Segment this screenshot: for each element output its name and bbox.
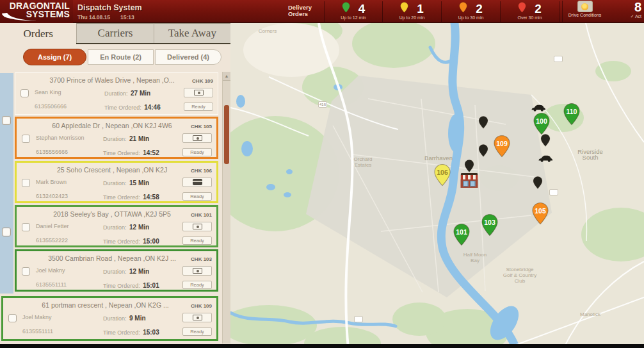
map-place-label: Barrhaven bbox=[424, 155, 453, 161]
count-value: 2 bbox=[476, 2, 483, 16]
order-card[interactable]: 3500 Cambrian Road , Nepean ,ON K2J ... … bbox=[15, 249, 218, 292]
time-ordered-value: 15:00 bbox=[143, 238, 159, 245]
ready-button[interactable]: Ready bbox=[182, 281, 212, 289]
payment-button[interactable] bbox=[184, 88, 213, 97]
payment-icon bbox=[193, 224, 202, 229]
right-count: 8 bbox=[618, 0, 641, 14]
order-pin-105[interactable]: 105 bbox=[532, 203, 549, 228]
duration-label: Duration: bbox=[103, 224, 127, 231]
ready-button[interactable]: Ready bbox=[182, 327, 212, 336]
count-label: Over 30 min bbox=[517, 15, 542, 20]
payment-icon bbox=[193, 179, 202, 185]
scrollbar[interactable]: ▲ bbox=[222, 72, 230, 344]
green-pin-icon bbox=[342, 2, 350, 15]
customer-phone: 6135506666 bbox=[35, 103, 104, 110]
order-pin-106[interactable]: 106 bbox=[434, 164, 451, 189]
duration-value: 15 Min bbox=[129, 179, 149, 186]
tab-carriers[interactable]: Carriers bbox=[76, 23, 153, 43]
datetime: Thu 14.08.15 15:13 bbox=[77, 14, 142, 21]
svg-text:105: 105 bbox=[535, 207, 546, 215]
count-value: 4 bbox=[358, 2, 366, 16]
order-checkbox[interactable] bbox=[22, 135, 30, 143]
duration-label: Duration: bbox=[103, 269, 127, 275]
app-title: Dispatch System bbox=[77, 3, 142, 12]
customer-phone: 6135551111 bbox=[36, 281, 103, 288]
time-ordered-label: Time Ordered: bbox=[104, 104, 141, 111]
logo-line2: SYSTEMS bbox=[10, 10, 70, 19]
order-pin-103[interactable]: 103 bbox=[481, 214, 499, 239]
tab-orders[interactable]: Orders bbox=[0, 23, 76, 44]
count-label: Up to 30 min bbox=[458, 15, 484, 20]
order-card[interactable]: 3700 Prince of Wales Drive , Nepean ,O..… bbox=[15, 72, 218, 115]
order-address: 25 Soho Crescent , Nepean ,ON K2J bbox=[36, 166, 188, 174]
order-list: 3700 Prince of Wales Drive , Nepean ,O..… bbox=[0, 70, 230, 344]
driver-pin-icon[interactable] bbox=[479, 144, 488, 160]
customer-name: Daniel Fetter bbox=[36, 223, 103, 229]
order-checkbox[interactable] bbox=[20, 89, 29, 97]
duration-value: 12 Min bbox=[129, 268, 149, 275]
order-pin-109[interactable]: 109 bbox=[494, 135, 511, 160]
map-place-label: Stonebridge Golf & Country Club bbox=[503, 267, 536, 284]
order-pin-110[interactable]: 110 bbox=[563, 103, 581, 128]
count-label: Up to 20 min bbox=[399, 15, 425, 20]
filter-delivered[interactable]: Delivered (4) bbox=[155, 49, 221, 65]
customer-phone: 6135552222 bbox=[36, 237, 103, 244]
order-chk-number: CHK 109 bbox=[191, 303, 212, 309]
map-canvas[interactable]: CornersOrchard EstatesBarrhavenRiverside… bbox=[230, 23, 644, 348]
order-address: 3700 Prince of Wales Drive , Nepean ,O..… bbox=[35, 76, 189, 84]
panel-tabs: Orders Carriers Take Away bbox=[0, 23, 230, 44]
order-address: 2018 Seeley's Bay , OTTAWA ,K2J 5P5 bbox=[36, 210, 188, 218]
order-checkbox[interactable] bbox=[22, 179, 30, 187]
customer-phone: 6132402423 bbox=[36, 193, 103, 199]
payment-button[interactable] bbox=[182, 266, 212, 276]
order-pin-100[interactable]: 100 bbox=[533, 113, 551, 138]
payment-button[interactable] bbox=[182, 222, 212, 231]
scroll-up-button[interactable]: ▲ bbox=[223, 72, 230, 81]
bottom-bar bbox=[0, 344, 644, 348]
tab-take-away[interactable]: Take Away bbox=[154, 23, 230, 43]
order-count-group: 2Over 30 min bbox=[501, 1, 559, 22]
order-pin-101[interactable]: 101 bbox=[453, 224, 471, 249]
svg-text:101: 101 bbox=[456, 228, 467, 236]
orders-panel: Orders Carriers Take Away Assign (7) En … bbox=[0, 23, 230, 348]
order-card[interactable]: 61 portman crescent , Nepean ,ON K2G ...… bbox=[1, 296, 218, 341]
filter-assign[interactable]: Assign (7) bbox=[23, 49, 86, 65]
payment-button[interactable] bbox=[182, 178, 212, 187]
group-strip bbox=[0, 73, 13, 294]
time-label: 15:13 bbox=[120, 14, 134, 21]
time-ordered-label: Time Ordered: bbox=[103, 194, 140, 201]
order-checkbox[interactable] bbox=[22, 223, 30, 231]
scrollbar-thumb[interactable] bbox=[224, 105, 229, 164]
customer-name: Joel Makny bbox=[36, 267, 103, 274]
date-label: Thu 14.08.15 bbox=[77, 14, 110, 21]
svg-text:100: 100 bbox=[536, 117, 547, 125]
time-ordered-label: Time Ordered: bbox=[103, 329, 140, 336]
group-checkbox[interactable] bbox=[2, 116, 11, 125]
order-checkbox[interactable] bbox=[8, 314, 17, 322]
driver-pin-icon[interactable] bbox=[479, 116, 488, 131]
ready-button[interactable]: Ready bbox=[182, 192, 212, 201]
driver-pin-icon[interactable] bbox=[533, 176, 543, 192]
time-ordered-label: Time Ordered: bbox=[103, 150, 140, 156]
filter-en-route[interactable]: En Route (2) bbox=[88, 49, 154, 65]
driver-pin-icon[interactable] bbox=[465, 160, 474, 175]
map-place-label: Corners bbox=[259, 28, 277, 34]
drive-conditions-button[interactable]: Drive Conditions bbox=[562, 1, 607, 22]
duration-value: 27 Min bbox=[131, 90, 150, 97]
payment-button[interactable] bbox=[182, 133, 212, 143]
order-card[interactable]: 2018 Seeley's Bay , OTTAWA ,K2J 5P5 CHK … bbox=[15, 205, 218, 247]
car-icon[interactable] bbox=[538, 153, 553, 165]
ready-button[interactable]: Ready bbox=[182, 148, 212, 156]
order-chk-number: CHK 101 bbox=[191, 212, 212, 218]
duration-label: Duration: bbox=[103, 315, 127, 322]
road-shield: 416 bbox=[318, 101, 327, 108]
order-card[interactable]: 60 Appledale Dr , Nepean ,ON K2J 4W6 CHK… bbox=[15, 117, 218, 159]
payment-button[interactable] bbox=[182, 313, 212, 322]
order-card[interactable]: 25 Soho Crescent , Nepean ,ON K2J CHK 10… bbox=[15, 161, 218, 203]
ready-button[interactable]: Ready bbox=[184, 103, 213, 111]
customer-name: Sean King bbox=[35, 89, 104, 95]
order-checkbox[interactable] bbox=[22, 267, 30, 276]
ready-button[interactable]: Ready bbox=[182, 236, 212, 245]
group-checkbox[interactable] bbox=[2, 228, 11, 236]
duration-label: Duration: bbox=[104, 90, 128, 97]
